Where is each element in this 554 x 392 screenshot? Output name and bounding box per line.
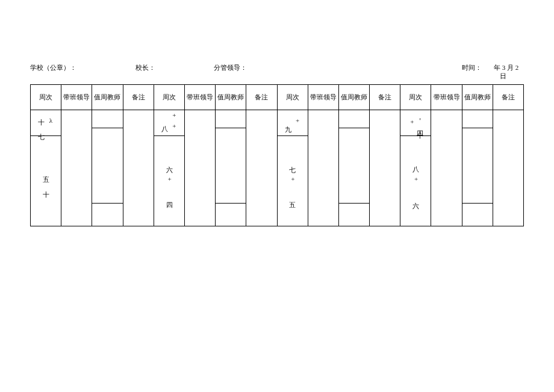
leader-cell	[61, 110, 92, 226]
hdr-week: 周次	[277, 85, 308, 110]
date-tail: 日	[482, 72, 524, 81]
hdr-note: 备注	[493, 85, 523, 110]
time-label: 时间：	[449, 63, 482, 81]
week-cell: 七 + 五	[277, 136, 308, 226]
hdr-week: 周次	[400, 85, 431, 110]
week-cell: ，四十 +	[400, 110, 431, 136]
hdr-leader: 带班领导	[308, 85, 338, 110]
branch-leader-label: 分管领导：	[214, 63, 449, 81]
leader-cell	[431, 110, 462, 226]
week-cell: + 九	[277, 110, 308, 136]
teacher-cell	[338, 204, 369, 226]
week-text: 七 + 五	[288, 161, 297, 201]
date-label: 年 3 月 2 日	[482, 63, 524, 81]
week-text: 五．十	[41, 172, 50, 189]
principal-label: 校长：	[135, 63, 214, 81]
week-text: 六 + 四	[164, 161, 173, 201]
hdr-teacher: 值周教师	[338, 85, 369, 110]
hdr-note: 备注	[370, 85, 400, 110]
hdr-teacher: 值周教师	[92, 85, 123, 110]
note-cell	[123, 110, 154, 226]
teacher-cell	[462, 110, 493, 128]
week-text: 八 + 六	[411, 161, 420, 201]
hdr-leader: 带班领导	[61, 85, 92, 110]
week-cell: 五．十	[31, 136, 61, 226]
week-text: ++ 八	[160, 111, 178, 133]
leader-cell	[184, 110, 215, 226]
hdr-note: 备注	[246, 85, 277, 110]
hdr-teacher: 值周教师	[216, 85, 246, 110]
date-main: 年 3 月 2	[487, 64, 518, 71]
teacher-cell	[216, 110, 246, 128]
hdr-leader: 带班领导	[184, 85, 215, 110]
table-header-row: 周次 带班领导 值周教师 备注 周次 带班领导 值周教师 备注 周次 带班领导 …	[31, 85, 524, 110]
schedule-table: 周次 带班领导 值周教师 备注 周次 带班领导 值周教师 备注 周次 带班领导 …	[30, 84, 524, 226]
school-label: 学校（公章）：	[30, 63, 135, 81]
top-label-row: 学校（公章）： 校长： 分管领导： 时间： 年 3 月 2 日	[30, 63, 524, 81]
hdr-leader: 带班领导	[431, 85, 462, 110]
note-cell	[370, 110, 400, 226]
hdr-week: 周次	[154, 85, 184, 110]
hdr-note: 备注	[123, 85, 154, 110]
week-cell: 八 + 六	[400, 136, 431, 226]
note-cell	[246, 110, 277, 226]
teacher-cell	[92, 110, 123, 128]
teacher-cell	[216, 128, 246, 204]
week-text: λ 十 七	[37, 111, 55, 134]
table-row: λ 十 七 ++ 八 + 九 ，四十 +	[31, 110, 524, 128]
hdr-week: 周次	[31, 85, 61, 110]
hdr-teacher: 值周教师	[462, 85, 493, 110]
teacher-cell	[216, 204, 246, 226]
week-cell: λ 十 七	[31, 110, 61, 136]
note-cell	[493, 110, 523, 226]
leader-cell	[308, 110, 338, 226]
week-text: + 九	[283, 111, 302, 134]
week-text: ，四十 +	[408, 111, 423, 134]
teacher-cell	[92, 204, 123, 226]
teacher-cell	[462, 128, 493, 204]
teacher-cell	[92, 128, 123, 204]
week-cell: 六 + 四	[154, 136, 184, 226]
teacher-cell	[338, 128, 369, 204]
week-cell: ++ 八	[154, 110, 184, 136]
teacher-cell	[462, 204, 493, 226]
teacher-cell	[338, 110, 369, 128]
